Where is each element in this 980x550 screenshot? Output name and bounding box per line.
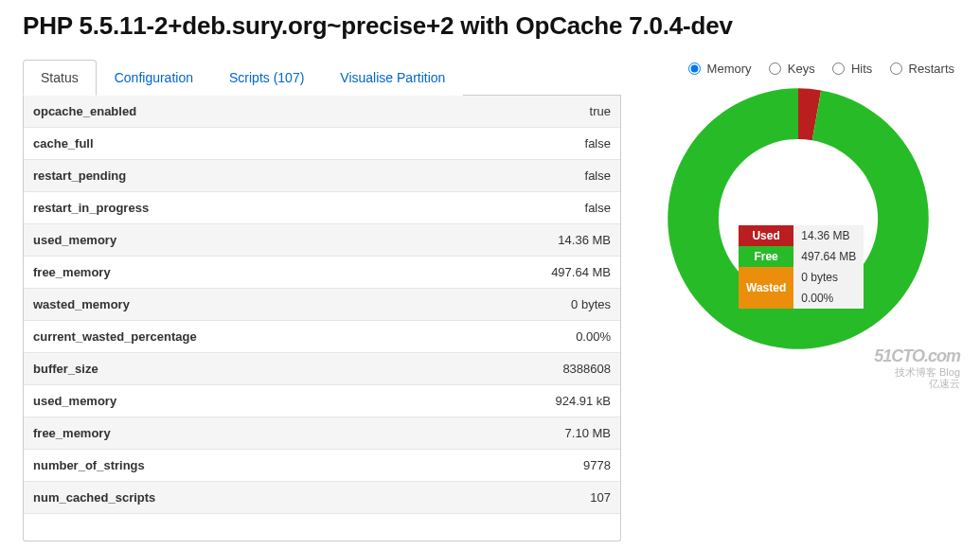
legend-used-value: 14.36 MB [793,225,864,246]
status-value: 8388608 [382,353,620,385]
status-key: restart_in_progress [24,192,382,224]
table-row: free_memory497.64 MB [24,257,620,289]
right-column: Memory Keys Hits Restarts Used 14.36 MB … [642,60,954,356]
table-row: restart_in_progressfalse [24,192,620,224]
radio-keys-label: Keys [788,62,815,76]
status-value: 497.64 MB [382,257,620,289]
legend-free-swatch: Free [739,246,793,267]
memory-donut-chart [661,81,935,356]
radio-memory-label: Memory [707,62,752,76]
radio-hits-label: Hits [851,62,872,76]
radio-restarts-label: Restarts [909,62,954,76]
legend-wasted-swatch: Wasted [739,267,793,309]
status-key: number_of_strings [24,450,382,482]
table-row: restart_pendingfalse [24,160,620,192]
table-row: cache_fullfalse [24,128,620,160]
status-key: free_memory [24,417,382,450]
radio-restarts[interactable]: Restarts [885,62,954,76]
legend-used-swatch: Used [739,225,793,246]
table-row: used_memory924.91 kB [24,385,620,417]
legend-wasted-bytes: Wasted 0 bytes [739,267,864,288]
left-column: Status Configuration Scripts (107) Visua… [23,60,621,541]
watermark-sub: 亿速云 [929,378,960,389]
status-key: buffer_size [24,353,382,385]
status-key: cache_full [24,128,382,160]
status-value: false [382,128,620,160]
tab-configuration[interactable]: Configuration [97,60,211,96]
radio-hits[interactable]: Hits [828,62,872,76]
legend-free: Free 497.64 MB [739,246,864,267]
status-value: 924.91 kB [382,385,620,417]
radio-keys-input[interactable] [769,62,781,75]
chart-legend: Used 14.36 MB Free 497.64 MB Wasted 0 by… [739,225,864,309]
status-value: false [382,192,620,224]
status-value: true [382,96,620,128]
radio-restarts-input[interactable] [890,62,902,75]
table-row: used_memory14.36 MB [24,224,620,257]
legend-used: Used 14.36 MB [739,225,864,246]
status-value: 0 bytes [382,289,620,321]
status-value: 7.10 MB [382,417,620,450]
chart-switch: Memory Keys Hits Restarts [642,60,954,76]
table-row: num_cached_scripts107 [24,482,620,514]
table-row: buffer_size8388608 [24,353,620,385]
status-key: opcache_enabled [24,96,382,128]
status-key: restart_pending [24,160,382,192]
table-row: current_wasted_percentage0.00% [24,321,620,353]
status-value: 14.36 MB [382,224,620,257]
status-key: free_memory [24,257,382,289]
tab-scripts[interactable]: Scripts (107) [211,60,322,96]
status-key: current_wasted_percentage [24,321,382,353]
status-value: false [382,160,620,192]
tabs: Status Configuration Scripts (107) Visua… [23,60,621,96]
legend-wasted-value: 0 bytes [793,267,864,288]
legend-wasted-extra: 0.00% [793,288,864,309]
status-value: 0.00% [382,321,620,353]
table-row: wasted_memory0 bytes [24,289,620,321]
status-key: num_cached_scripts [24,482,382,514]
table-row: free_memory7.10 MB [24,417,620,450]
status-value: 107 [382,482,620,514]
legend-free-value: 497.64 MB [793,246,864,267]
table-row: opcache_enabledtrue [24,96,620,128]
tab-status[interactable]: Status [23,60,97,96]
radio-keys[interactable]: Keys [764,62,815,76]
tab-visualise-partition[interactable]: Visualise Partition [322,60,463,96]
radio-hits-input[interactable] [832,62,845,75]
watermark-tagline: 技术博客 Blog [895,366,960,378]
status-key: wasted_memory [24,289,382,321]
status-key: used_memory [24,385,382,417]
donut-slice-free [668,88,929,349]
status-value: 9778 [382,450,620,482]
table-row: number_of_strings9778 [24,450,620,482]
page-title: PHP 5.5.11-2+deb.sury.org~precise+2 with… [23,11,957,41]
status-pane[interactable]: opcache_enabledtruecache_fullfalserestar… [23,96,621,541]
radio-memory[interactable]: Memory [684,62,752,76]
status-table: opcache_enabledtruecache_fullfalserestar… [24,96,620,514]
status-key: used_memory [24,224,382,257]
radio-memory-input[interactable] [688,62,701,75]
